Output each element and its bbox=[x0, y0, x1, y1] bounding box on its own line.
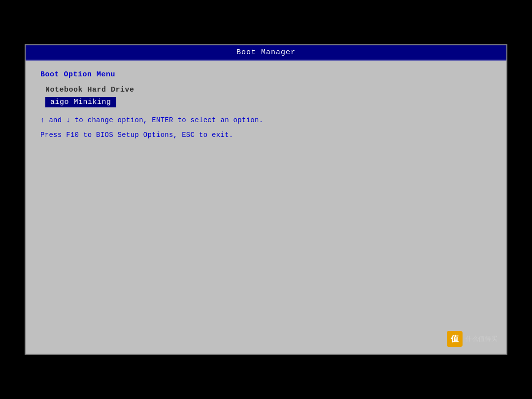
watermark: 值 什么值得买 bbox=[447, 331, 498, 347]
notebook-hard-drive-label: Notebook Hard Drive bbox=[45, 86, 492, 94]
instruction-line-2: Press F10 to BIOS Setup Options, ESC to … bbox=[40, 131, 492, 139]
selected-boot-device[interactable]: aigo Miniking bbox=[45, 97, 116, 107]
watermark-text: 什么值得买 bbox=[466, 334, 498, 343]
title-bar: Boot Manager bbox=[26, 45, 506, 61]
instruction-line-1: ↑ and ↓ to change option, ENTER to selec… bbox=[40, 116, 492, 124]
watermark-icon: 值 bbox=[447, 331, 463, 347]
boot-option-menu-label: Boot Option Menu bbox=[40, 70, 492, 79]
